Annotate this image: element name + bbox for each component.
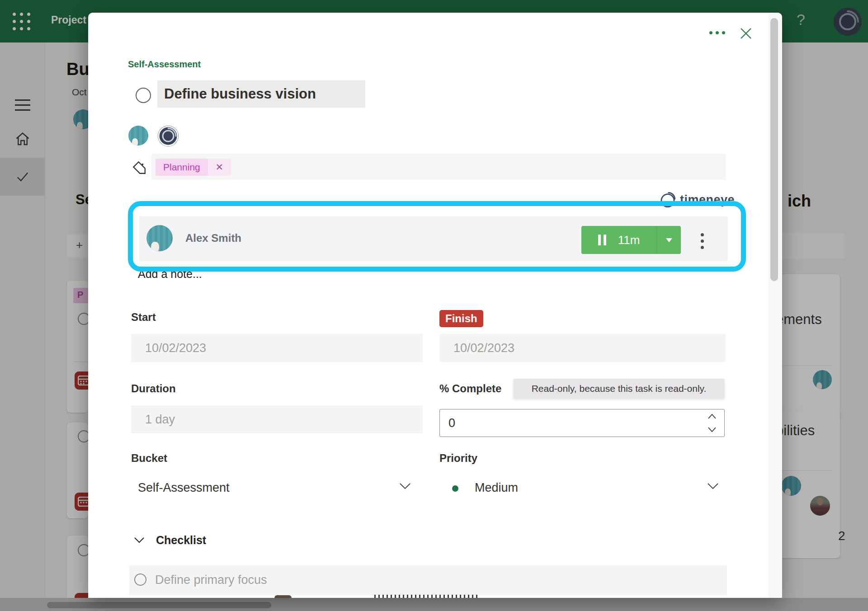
assignee-avatar[interactable] bbox=[128, 126, 148, 146]
dialog-scrollbar-thumb[interactable] bbox=[770, 18, 778, 281]
close-icon[interactable] bbox=[739, 27, 753, 40]
highlight-focus-box bbox=[128, 201, 746, 272]
priority-dropdown[interactable]: Medium bbox=[475, 481, 518, 495]
bucket-label: Bucket bbox=[131, 452, 167, 465]
start-label: Start bbox=[131, 311, 156, 324]
priority-label: Priority bbox=[439, 452, 477, 465]
tag-label: Planning bbox=[156, 159, 208, 176]
next-row-avatar-fragment bbox=[274, 595, 292, 598]
task-title-input[interactable]: Define business vision bbox=[157, 80, 365, 108]
percent-complete-spinner[interactable]: 0 bbox=[439, 409, 725, 437]
chevron-down-icon[interactable] bbox=[707, 483, 719, 490]
timeneye-avatar[interactable] bbox=[158, 126, 179, 146]
checklist-heading: Checklist bbox=[156, 534, 206, 547]
duration-label: Duration bbox=[131, 382, 176, 395]
remove-tag-icon[interactable]: ✕ bbox=[208, 159, 231, 176]
checklist-collapse-icon[interactable] bbox=[134, 537, 145, 544]
bucket-tag-label: Self-Assessment bbox=[128, 59, 201, 70]
checklist-item-circle[interactable] bbox=[134, 573, 146, 586]
more-options-icon[interactable] bbox=[709, 31, 725, 34]
checklist-item-text: Define primary focus bbox=[155, 573, 267, 587]
finish-date-input[interactable]: 10/02/2023 bbox=[439, 334, 726, 362]
tag-icon bbox=[132, 160, 147, 176]
next-row-text-fragment bbox=[374, 595, 478, 598]
chevron-up-icon[interactable] bbox=[708, 413, 717, 419]
checklist-item-row[interactable]: Define primary focus bbox=[129, 565, 727, 595]
duration-input[interactable]: 1 day bbox=[131, 405, 423, 433]
finish-label-badge: Finish bbox=[439, 310, 483, 327]
priority-dot-medium bbox=[452, 485, 458, 492]
percent-value: 0 bbox=[448, 416, 455, 430]
bucket-dropdown[interactable]: Self-Assessment bbox=[138, 481, 230, 495]
labels-strip[interactable]: Planning ✕ bbox=[151, 154, 726, 180]
chevron-down-icon[interactable] bbox=[399, 483, 411, 490]
percent-complete-label: % Complete bbox=[439, 382, 501, 395]
readonly-tooltip: Read-only, because this task is read-onl… bbox=[514, 379, 724, 399]
complete-task-circle[interactable] bbox=[136, 88, 151, 103]
start-date-input[interactable]: 10/02/2023 bbox=[131, 334, 423, 362]
task-detail-dialog: Self-Assessment Define business vision P… bbox=[88, 13, 782, 598]
chevron-down-icon[interactable] bbox=[708, 427, 717, 433]
tag-chip-planning[interactable]: Planning ✕ bbox=[156, 159, 231, 176]
